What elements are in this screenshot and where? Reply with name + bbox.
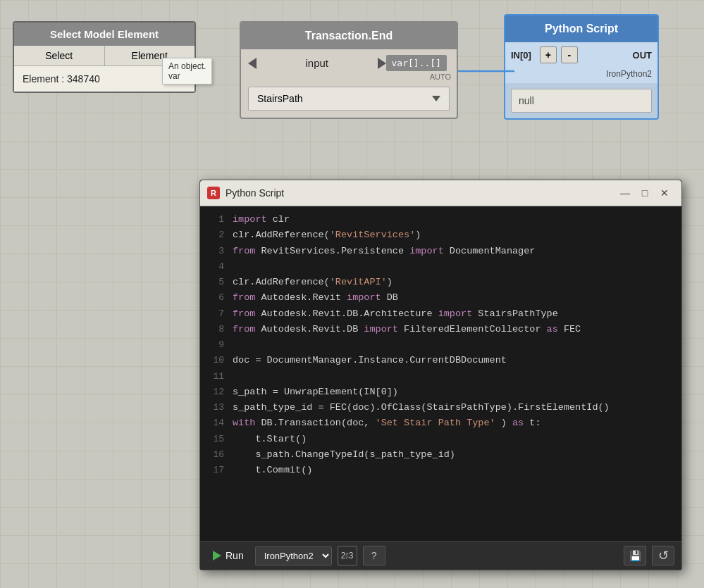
line-number: 1 xyxy=(206,212,224,227)
line-number: 7 xyxy=(206,306,224,322)
type-label: StairsPath xyxy=(257,93,303,104)
line-number: 4 xyxy=(206,259,224,275)
code-line: 2clr.AddReference('RevitServices') xyxy=(200,227,681,243)
line-content: clr.AddReference('RevitServices') xyxy=(233,227,421,243)
editor-title: Python Script xyxy=(226,187,615,199)
input-arrow-left xyxy=(248,58,257,69)
line-content: with DB.Transaction(doc, 'Set Stair Path… xyxy=(233,415,541,431)
line-number: 6 xyxy=(206,290,224,306)
node-python: Python Script IN[0] + - OUT IronPython2 … xyxy=(504,14,659,120)
transaction-title: Transaction.End xyxy=(241,23,457,49)
engine-select[interactable]: IronPython2 xyxy=(255,546,332,565)
auto-label: AUTO xyxy=(430,73,451,81)
python-title: Python Script xyxy=(505,15,657,42)
in-port-label: IN[0] xyxy=(511,50,531,61)
line-number: 3 xyxy=(206,244,224,259)
code-line: 10doc = DocumentManager.Instance.Current… xyxy=(200,353,681,368)
run-label: Run xyxy=(226,550,244,561)
line-count-badge: 2⃣3 xyxy=(338,546,357,565)
line-number: 8 xyxy=(206,322,224,337)
line-number: 11 xyxy=(206,369,224,384)
add-port-button[interactable]: + xyxy=(540,46,557,63)
input-arrow-right xyxy=(378,58,386,69)
code-line: 15 t.Start() xyxy=(200,432,681,447)
maximize-button[interactable]: □ xyxy=(635,184,655,201)
editor-body[interactable]: 1import clr2clr.AddReference('RevitServi… xyxy=(200,206,681,541)
out-port-label: OUT xyxy=(633,50,652,61)
code-line: 4 xyxy=(200,259,681,275)
line-content: from Autodesk.Revit.DB import FilteredEl… xyxy=(233,322,581,337)
tooltip-box: An object. var xyxy=(162,58,212,85)
line-content: s_path.ChangeTypeId(s_path_type_id) xyxy=(233,447,455,463)
select-button[interactable]: Select xyxy=(14,46,105,65)
save-button[interactable]: 💾 xyxy=(624,546,646,565)
line-number: 16 xyxy=(206,447,224,463)
code-line: 1import clr xyxy=(200,212,681,227)
code-line: 6from Autodesk.Revit import DB xyxy=(200,290,681,306)
canvas-area: Select Model Element Select Element Elem… xyxy=(0,0,704,588)
code-line: 14with DB.Transaction(doc, 'Set Stair Pa… xyxy=(200,415,681,431)
line-count: 2⃣3 xyxy=(341,551,354,561)
tooltip-line2: var xyxy=(168,71,206,81)
code-line: 11 xyxy=(200,369,681,384)
dropdown-arrow xyxy=(432,96,440,101)
python-engine-label: IronPython2 xyxy=(505,68,657,83)
line-content xyxy=(233,337,238,353)
line-content: s_path_type_id = FEC(doc).OfClass(Stairs… xyxy=(233,400,610,415)
line-content: import clr xyxy=(233,212,290,227)
save-icon: 💾 xyxy=(629,550,641,561)
code-line: 13s_path_type_id = FEC(doc).OfClass(Stai… xyxy=(200,400,681,415)
code-line: 7from Autodesk.Revit.DB.Architecture imp… xyxy=(200,306,681,322)
line-number: 14 xyxy=(206,415,224,431)
line-content: from RevitServices.Persistence import Do… xyxy=(233,244,535,259)
type-box[interactable]: StairsPath xyxy=(248,87,450,111)
var-display: var[]..[] xyxy=(386,55,447,71)
play-icon xyxy=(213,551,221,561)
line-content: t.Commit() xyxy=(233,463,312,478)
line-number: 13 xyxy=(206,400,224,415)
line-content: from Autodesk.Revit.DB.Architecture impo… xyxy=(233,306,558,322)
port-input-label: input xyxy=(261,57,373,69)
line-number: 9 xyxy=(206,337,224,353)
reset-button[interactable]: ↺ xyxy=(652,546,674,565)
code-line: 9 xyxy=(200,337,681,353)
line-content: clr.AddReference('RevitAPI') xyxy=(233,275,393,290)
line-content: s_path = UnwrapElement(IN[0]) xyxy=(233,384,398,400)
tooltip-line1: An object. xyxy=(168,61,206,71)
run-button[interactable]: Run xyxy=(207,547,249,564)
minimize-button[interactable]: — xyxy=(615,184,635,201)
line-number: 17 xyxy=(206,463,224,478)
line-content: t.Start() xyxy=(233,432,307,447)
line-number: 2 xyxy=(206,227,224,243)
editor-toolbar: Run IronPython2 2⃣3 ? 💾 ↺ xyxy=(200,541,681,570)
close-button[interactable]: ✕ xyxy=(655,184,674,201)
node-transaction: Transaction.End input var[]..[] AUTO Sta… xyxy=(240,21,458,119)
code-line: 16 s_path.ChangeTypeId(s_path_type_id) xyxy=(200,447,681,463)
code-line: 5clr.AddReference('RevitAPI') xyxy=(200,275,681,290)
line-content xyxy=(233,369,238,384)
line-number: 12 xyxy=(206,384,224,400)
code-line: 3from RevitServices.Persistence import D… xyxy=(200,244,681,259)
python-output: null xyxy=(511,89,652,113)
editor-window: R Python Script — □ ✕ 1import clr2clr.Ad… xyxy=(199,180,682,570)
r-icon: R xyxy=(207,187,220,199)
line-number: 5 xyxy=(206,275,224,290)
editor-titlebar: R Python Script — □ ✕ xyxy=(200,180,681,206)
line-number: 10 xyxy=(206,353,224,368)
line-content: from Autodesk.Revit import DB xyxy=(233,290,398,306)
line-content xyxy=(233,259,238,275)
line-number: 15 xyxy=(206,432,224,447)
node-select-title: Select Model Element xyxy=(14,23,194,46)
code-line: 12s_path = UnwrapElement(IN[0]) xyxy=(200,384,681,400)
reset-icon: ↺ xyxy=(658,548,669,563)
remove-port-button[interactable]: - xyxy=(561,46,578,63)
help-button[interactable]: ? xyxy=(363,546,385,565)
help-icon: ? xyxy=(371,550,377,561)
line-content: doc = DocumentManager.Instance.CurrentDB… xyxy=(233,353,507,368)
code-line: 17 t.Commit() xyxy=(200,463,681,478)
code-line: 8from Autodesk.Revit.DB import FilteredE… xyxy=(200,322,681,337)
